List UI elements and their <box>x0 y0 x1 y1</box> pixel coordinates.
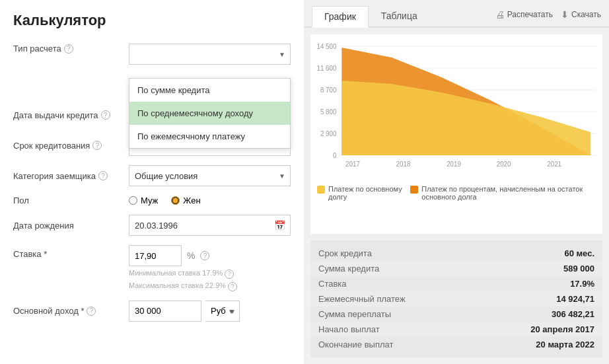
svg-text:2017: 2017 <box>345 161 360 168</box>
currency-select-wrapper: Руб ▼ <box>205 301 240 322</box>
gender-male-radio[interactable] <box>129 196 137 205</box>
income-input-group: Руб ▼ <box>129 301 240 322</box>
right-panel: График Таблица 🖨 Распечатать ⬇ Скачать 1… <box>304 0 609 364</box>
download-action[interactable]: ⬇ Скачать <box>561 9 601 20</box>
rate-input-group: % ? Минимальная ставка 17.9% ? Максималь… <box>129 245 237 291</box>
rate-hint-max-icon[interactable]: ? <box>228 282 237 291</box>
income-label: Основной доход * ? <box>13 306 129 316</box>
tab-graph[interactable]: График <box>312 6 369 28</box>
stats-table: Срок кредита 60 мес. Сумма кредита 589 0… <box>310 240 602 357</box>
svg-text:8 700: 8 700 <box>320 87 337 94</box>
print-action[interactable]: 🖨 Распечатать <box>495 9 553 20</box>
svg-text:14 500: 14 500 <box>317 43 337 50</box>
birth-date-row: Дата рождения 📅 <box>13 215 291 236</box>
chart-svg: 14 500 11 600 8 700 5 800 2 900 0 2017 <box>317 41 596 180</box>
birth-date-input-wrapper: 📅 <box>129 215 291 236</box>
calc-type-select-wrapper <box>129 44 291 65</box>
currency-select[interactable]: Руб <box>205 301 240 322</box>
svg-text:2021: 2021 <box>547 161 561 168</box>
tabs-bar: График Таблица 🖨 Распечатать ⬇ Скачать <box>304 0 609 28</box>
gender-label: Пол <box>13 196 129 205</box>
rate-input[interactable] <box>129 245 182 266</box>
calc-type-dropdown: По сумме кредита По среднемесячному дохо… <box>129 78 291 149</box>
rate-percent-symbol: % <box>187 250 195 261</box>
legend-color-1 <box>410 186 418 194</box>
gender-male-option[interactable]: Муж <box>129 196 158 205</box>
legend-item-1: Платеж по процентам, начисленным на оста… <box>410 185 596 201</box>
birth-date-label: Дата рождения <box>13 221 129 231</box>
rate-label: Ставка * <box>13 245 129 259</box>
rate-row: Ставка * % ? Минимальная ставка 17.9% ? … <box>13 245 291 291</box>
gender-row: Пол Муж Жен <box>13 196 291 205</box>
issue-date-label: Дата выдачи кредита ? <box>13 110 129 120</box>
calc-type-label: Тип расчета ? <box>13 44 129 54</box>
legend-color-0 <box>317 186 325 194</box>
dropdown-option-2[interactable]: По ежемесячному платежу <box>129 125 290 148</box>
chart-legend: Платеж по основному долгу Платеж по проц… <box>317 185 596 201</box>
credit-term-help-icon[interactable]: ? <box>92 141 102 150</box>
left-panel: Калькулятор Тип расчета ? По сумме креди… <box>0 0 304 364</box>
print-icon: 🖨 <box>495 9 505 20</box>
calc-type-row: Тип расчета ? По сумме кредита По средне… <box>13 41 291 65</box>
birth-date-input[interactable] <box>129 215 291 236</box>
birth-date-calendar-icon: 📅 <box>274 220 285 231</box>
rate-help-icon[interactable]: ? <box>200 251 209 260</box>
svg-text:2020: 2020 <box>497 161 511 168</box>
svg-text:2019: 2019 <box>447 161 461 168</box>
download-icon: ⬇ <box>561 9 569 20</box>
stats-row-5: Начало выплат 20 апреля 2017 <box>310 322 602 337</box>
rate-hint-max: Максимальная ставка 22.9% ? <box>129 280 237 291</box>
borrower-cat-row: Категория заемщика ? Общие условия <box>13 165 291 186</box>
income-input[interactable] <box>129 301 201 322</box>
dropdown-option-0[interactable]: По сумме кредита <box>129 79 290 102</box>
page-title: Калькулятор <box>13 12 291 29</box>
stats-row-2: Ставка 17.9% <box>318 276 594 291</box>
borrower-cat-select-wrapper: Общие условия <box>129 165 291 186</box>
svg-text:5 800: 5 800 <box>320 108 337 116</box>
credit-term-label: Срок кредитования ? <box>13 141 129 151</box>
calc-type-select[interactable] <box>129 44 291 65</box>
gender-radio-group: Муж Жен <box>129 196 201 205</box>
rate-hint-min-icon[interactable]: ? <box>225 270 234 279</box>
stats-row-3: Ежемесячный платеж 14 924,71 <box>310 291 602 307</box>
svg-text:0: 0 <box>333 152 337 159</box>
issue-date-help-icon[interactable]: ? <box>101 110 110 120</box>
borrower-cat-help-icon[interactable]: ? <box>98 171 108 180</box>
borrower-cat-label: Категория заемщика ? <box>13 171 129 181</box>
stats-row-1: Сумма кредита 589 000 <box>310 261 602 276</box>
stats-row-6: Окончание выплат 20 марта 2022 <box>318 337 594 352</box>
svg-text:2 900: 2 900 <box>320 130 337 137</box>
income-help-icon[interactable]: ? <box>87 307 96 316</box>
svg-text:2018: 2018 <box>396 161 411 168</box>
gender-female-option[interactable]: Жен <box>171 196 200 205</box>
tab-table[interactable]: Таблица <box>369 5 430 26</box>
rate-hint-min: Минимальная ставка 17.9% ? <box>129 268 237 279</box>
chart-area: 14 500 11 600 8 700 5 800 2 900 0 2017 <box>310 34 602 234</box>
chart-container: 14 500 11 600 8 700 5 800 2 900 0 2017 <box>317 41 596 180</box>
gender-female-radio[interactable] <box>171 196 180 205</box>
stats-row-0: Срок кредита 60 мес. <box>318 246 594 261</box>
calc-type-help-icon[interactable]: ? <box>64 44 73 54</box>
legend-item-0: Платеж по основному долгу <box>317 185 402 201</box>
stats-row-4: Сумма переплаты 306 482,21 <box>318 307 594 322</box>
svg-text:11 600: 11 600 <box>317 65 337 72</box>
income-row: Основной доход * ? Руб ▼ <box>13 301 291 322</box>
borrower-cat-select[interactable]: Общие условия <box>129 165 291 186</box>
tab-actions: 🖨 Распечатать ⬇ Скачать <box>495 9 601 22</box>
dropdown-option-1[interactable]: По среднемесячному доходу <box>129 102 290 125</box>
